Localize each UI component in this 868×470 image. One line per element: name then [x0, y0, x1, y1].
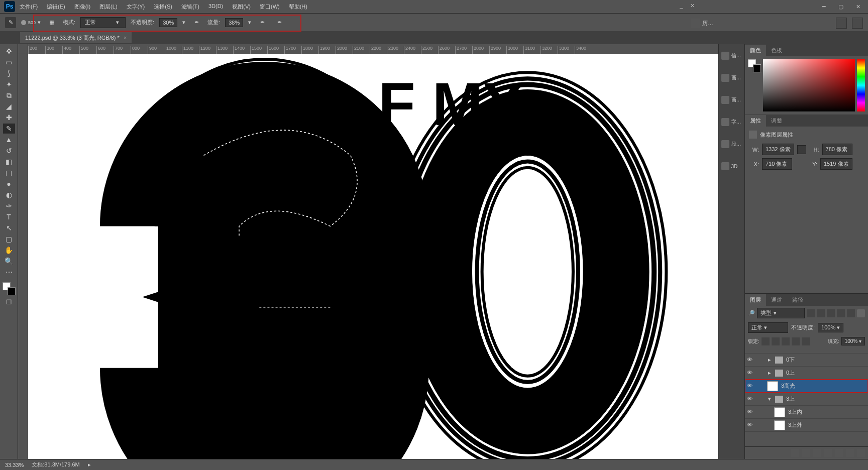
brush-preset-picker[interactable]: 500 ▾: [21, 19, 41, 26]
mask-icon[interactable]: [813, 449, 821, 457]
layer-name[interactable]: 0下: [786, 356, 795, 364]
menu-item[interactable]: 选择(S): [149, 1, 177, 13]
menu-item[interactable]: 编辑(E): [42, 1, 70, 13]
current-tool-icon[interactable]: ✎: [5, 17, 16, 28]
menu-item[interactable]: 视图(V): [228, 1, 255, 13]
filter-shape-icon[interactable]: [837, 309, 845, 317]
disclosure-icon[interactable]: ▾: [767, 396, 772, 402]
clone-stamp-tool[interactable]: ▲: [3, 135, 15, 145]
disclosure-icon[interactable]: ▸: [767, 357, 772, 363]
quick-select-tool[interactable]: ✦: [3, 79, 15, 89]
doc-size-status[interactable]: 文档:81.3M/179.6M: [32, 461, 79, 468]
properties-tab[interactable]: 属性: [745, 115, 766, 127]
h-value[interactable]: 780 像素: [822, 144, 852, 155]
flow-value-input[interactable]: 38%: [225, 18, 243, 27]
type-tool[interactable]: T: [3, 212, 15, 222]
layer-name[interactable]: 3高光: [781, 382, 795, 390]
lasso-tool[interactable]: ⟆: [3, 68, 15, 78]
disclosure-icon[interactable]: ▸: [767, 370, 772, 376]
layer-filter-select[interactable]: 类型▾: [757, 308, 805, 318]
quickmask-tool[interactable]: ◻: [3, 296, 15, 306]
zoom-tool[interactable]: 🔍: [3, 256, 15, 266]
fx-icon[interactable]: [802, 449, 810, 457]
layer-blend-select[interactable]: 正常 ▾: [748, 322, 788, 333]
filter-smart-icon[interactable]: [847, 309, 855, 317]
chevron-down-icon[interactable]: ▾: [182, 19, 185, 26]
layer-thumb[interactable]: [774, 407, 785, 417]
layer-item[interactable]: 👁3上内: [745, 406, 868, 419]
maximize-icon[interactable]: ▢: [833, 1, 849, 12]
history-panel-button[interactable]: 历…: [691, 16, 713, 30]
edit-toolbar[interactable]: ⋯: [3, 267, 15, 277]
chevron-down-icon[interactable]: ▾: [248, 19, 251, 26]
collapsed-panel-button[interactable]: 画…: [721, 94, 742, 105]
ruler-vertical[interactable]: [18, 54, 28, 459]
hue-slider[interactable]: [857, 59, 865, 111]
filter-toggle-icon[interactable]: [857, 309, 865, 317]
canvas[interactable]: F MY THI S ES T I S P: [28, 54, 718, 459]
filter-pixel-icon[interactable]: [807, 309, 815, 317]
ruler-horizontal[interactable]: 2003004005006007008009001000110012001300…: [28, 44, 718, 54]
eyedropper-tool[interactable]: ◢: [3, 101, 15, 111]
link-layers-icon[interactable]: [791, 449, 799, 457]
chevron-right-icon[interactable]: ▸: [88, 461, 91, 468]
layer-name[interactable]: 3上内: [788, 408, 802, 416]
menu-item[interactable]: 图像(I): [70, 1, 95, 13]
layer-name[interactable]: 0上: [786, 369, 795, 377]
layer-thumb[interactable]: [767, 381, 778, 391]
color-picker-field[interactable]: [763, 59, 855, 111]
sub-close-icon[interactable]: ✕: [684, 0, 700, 11]
document-tab[interactable]: 11222.psd @ 33.3% (3 高光, RGB/8) * ×: [20, 32, 132, 43]
pressure-size-icon[interactable]: ✒: [273, 17, 285, 28]
close-icon[interactable]: ✕: [850, 1, 866, 12]
layer-item[interactable]: 👁3高光: [745, 380, 868, 393]
layer-name[interactable]: 3上: [786, 395, 795, 403]
collapsed-panel-button[interactable]: 信…: [721, 50, 742, 61]
pressure-opacity-icon[interactable]: ✒: [190, 17, 202, 28]
trash-icon[interactable]: [857, 449, 865, 457]
filter-adjust-icon[interactable]: [817, 309, 825, 317]
layer-item-partial[interactable]: [745, 347, 868, 354]
menu-item[interactable]: 文件(F): [15, 1, 42, 13]
layer-item[interactable]: 👁▸0上: [745, 367, 868, 380]
channels-tab[interactable]: 通道: [766, 294, 787, 306]
menu-item[interactable]: 3D(D): [204, 1, 228, 13]
marquee-tool[interactable]: ▭: [3, 57, 15, 67]
collapsed-panel-button[interactable]: 字…: [721, 116, 742, 128]
history-brush-tool[interactable]: ↺: [3, 146, 15, 156]
layer-item[interactable]: 👁▸0下: [745, 354, 868, 367]
layer-name[interactable]: 3上外: [788, 421, 802, 429]
color-swatches[interactable]: [3, 282, 16, 295]
menu-item[interactable]: 文字(Y): [122, 1, 150, 13]
gradient-tool[interactable]: ▤: [3, 168, 15, 178]
collapsed-panel-button[interactable]: 3D: [721, 161, 742, 172]
menu-item[interactable]: 帮助(H): [284, 1, 312, 13]
new-layer-icon[interactable]: [846, 449, 854, 457]
lock-all-icon[interactable]: [802, 337, 810, 345]
tab-close-icon[interactable]: ×: [124, 35, 127, 41]
lock-artboard-icon[interactable]: [792, 337, 800, 345]
lock-paint-icon[interactable]: [772, 337, 780, 345]
blend-mode-select[interactable]: 正常 ▾: [80, 17, 126, 28]
background-color-icon[interactable]: [8, 287, 16, 295]
lock-trans-icon[interactable]: [762, 337, 770, 345]
adjustment-layer-icon[interactable]: [824, 449, 832, 457]
blur-tool[interactable]: ●: [3, 179, 15, 189]
collapsed-panel-button[interactable]: 段…: [721, 139, 742, 150]
collapsed-panel-button[interactable]: 画…: [721, 72, 742, 83]
path-select-tool[interactable]: ↖: [3, 223, 15, 233]
y-value[interactable]: 1519 像素: [820, 158, 852, 170]
workspace-switcher-icon[interactable]: [852, 18, 863, 29]
zoom-status[interactable]: 33.33%: [5, 462, 24, 468]
visibility-icon[interactable]: 👁: [747, 409, 754, 416]
crop-tool[interactable]: ⧉: [3, 90, 15, 100]
menu-item[interactable]: 图层(L): [95, 1, 122, 13]
lock-pos-icon[interactable]: [782, 337, 790, 345]
layer-item[interactable]: 👁3上外: [745, 419, 868, 432]
menu-item[interactable]: 滤镜(T): [177, 1, 204, 13]
ruler-corner[interactable]: [18, 44, 28, 54]
layer-thumb[interactable]: [774, 420, 785, 430]
layer-opacity-input[interactable]: 100% ▾: [818, 323, 843, 332]
opacity-value-input[interactable]: 30%: [159, 18, 177, 27]
bg-swatch[interactable]: [753, 64, 761, 72]
